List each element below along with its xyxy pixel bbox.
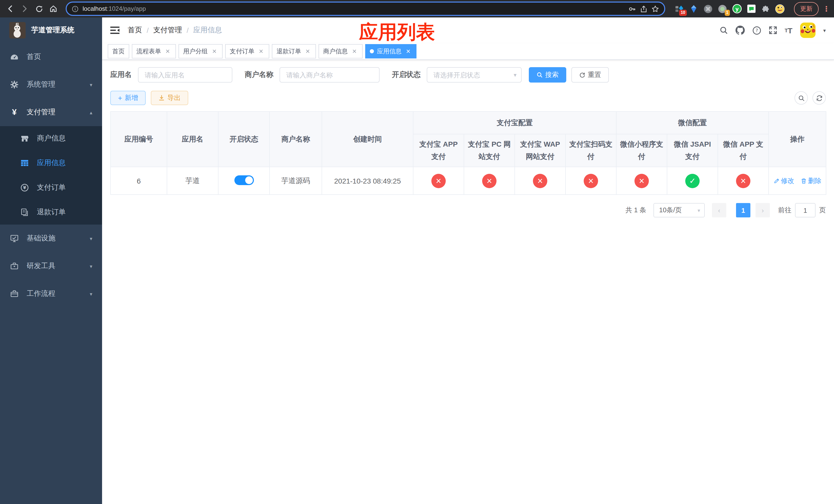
dashboard-icon (10, 53, 19, 61)
tab-refund-orders[interactable]: 退款订单✕ (272, 44, 316, 59)
sidebar-item-payment[interactable]: ¥ 支付管理 ▴ (0, 98, 102, 126)
browser-toolbar: localhost:1024/pay/app 10 ⌘ (0, 0, 834, 18)
add-button[interactable]: + 新增 (110, 91, 146, 105)
sidebar-item-label: 支付管理 (27, 108, 56, 117)
next-page-button[interactable]: › (755, 203, 770, 217)
briefcase-icon (10, 290, 19, 298)
sidebar-item-label: 商户信息 (37, 134, 66, 143)
extension-pin-icon[interactable] (689, 4, 699, 14)
tab-close-icon[interactable]: ✕ (211, 48, 218, 55)
extension-blocks-icon[interactable]: 10 (675, 4, 684, 14)
merchant-name-input[interactable] (280, 67, 379, 83)
goto-page-input[interactable] (795, 203, 815, 217)
header-search-icon[interactable] (719, 26, 728, 35)
home-icon[interactable] (47, 3, 60, 15)
fullscreen-icon[interactable] (769, 26, 777, 35)
col-status: 开启状态 (218, 112, 269, 167)
yen-icon: ¥ (10, 108, 19, 116)
svg-text:⌘: ⌘ (705, 6, 711, 12)
col-wx-app: 微信 APP 支付 (718, 134, 769, 167)
tab-process-form[interactable]: 流程表单✕ (132, 44, 176, 59)
forward-icon[interactable] (19, 3, 31, 15)
sidebar: 芋道管理系统 首页 系统管理 ▾ ¥ 支付管理 ▴ (0, 18, 102, 504)
svg-text:¥: ¥ (23, 185, 26, 190)
tab-home[interactable]: 首页 (108, 44, 129, 59)
tab-close-icon[interactable]: ✕ (405, 48, 412, 55)
status-select-input[interactable] (427, 67, 522, 83)
extension-badge: 10 (679, 9, 687, 16)
tab-close-icon[interactable]: ✕ (164, 48, 171, 55)
export-button[interactable]: 导出 (151, 91, 188, 105)
sidebar-item-app-info[interactable]: 应用信息 (0, 151, 102, 175)
sidebar-item-label: 首页 (27, 52, 41, 62)
extensions-puzzle-icon[interactable] (761, 4, 770, 14)
refresh-table-icon[interactable] (812, 91, 826, 105)
profile-emoji-icon[interactable] (775, 4, 785, 14)
sidebar-item-workflow[interactable]: 工作流程 ▾ (0, 280, 102, 307)
tab-close-icon[interactable]: ✕ (258, 48, 265, 55)
share-icon[interactable] (640, 5, 647, 13)
chevron-up-icon: ▴ (90, 110, 92, 115)
tab-close-icon[interactable]: ✕ (304, 48, 311, 55)
chrome-update-button[interactable]: 更新 (794, 2, 819, 16)
tab-pay-orders[interactable]: 支付订单✕ (225, 44, 269, 59)
reset-button[interactable]: 重置 (571, 67, 609, 83)
app-name-label: 应用名 (110, 70, 132, 79)
back-icon[interactable] (4, 3, 16, 15)
edit-link[interactable]: 修改 (773, 176, 794, 185)
cell-app-id: 6 (111, 167, 167, 194)
key-icon[interactable] (628, 5, 636, 13)
tab-app-info[interactable]: 应用信息✕ (365, 44, 416, 59)
status-select[interactable]: ▾ (427, 67, 522, 83)
github-icon[interactable] (735, 26, 745, 35)
reload-icon[interactable] (33, 3, 45, 15)
site-info-icon[interactable] (72, 5, 79, 12)
sidebar-logo[interactable]: 芋道管理系统 (0, 18, 102, 43)
sidebar-item-system[interactable]: 系统管理 ▾ (0, 71, 102, 98)
font-size-icon[interactable]: TT (785, 26, 792, 35)
top-navbar: 首页 / 支付管理 / 应用信息 应用列表 ? (102, 18, 834, 43)
user-avatar[interactable] (800, 23, 815, 38)
sidebar-collapse-icon[interactable] (110, 26, 119, 35)
page-size-select[interactable]: 10条/页 ▾ (654, 203, 705, 217)
sidebar-item-dev-tools[interactable]: 研发工具 ▾ (0, 252, 102, 280)
tab-user-group[interactable]: 用户分组✕ (178, 44, 223, 59)
avatar-caret-icon[interactable]: ▾ (823, 27, 826, 33)
sidebar-item-home[interactable]: 首页 (0, 43, 102, 71)
chevron-down-icon: ▾ (90, 235, 92, 241)
monitor-icon (10, 234, 19, 243)
tab-close-icon[interactable]: ✕ (351, 48, 358, 55)
url-text: localhost:1024/pay/app (83, 5, 146, 12)
goto-label: 前往 (778, 206, 791, 215)
address-bar[interactable]: localhost:1024/pay/app (66, 2, 665, 16)
status-toggle[interactable] (234, 175, 254, 185)
col-merchant: 商户名称 (269, 112, 322, 167)
tab-merchant-info[interactable]: 商户信息✕ (319, 44, 363, 59)
active-tab-dot (370, 49, 374, 53)
bookmark-star-icon[interactable] (652, 5, 659, 13)
page-number-1[interactable]: 1 (736, 203, 750, 217)
extension-y-icon[interactable]: y (732, 4, 742, 14)
sidebar-item-infrastructure[interactable]: 基础设施 ▾ (0, 225, 102, 252)
toggle-search-icon[interactable] (794, 91, 808, 105)
help-icon[interactable]: ? (752, 26, 761, 35)
sidebar-item-pay-orders[interactable]: ¥ 支付订单 (0, 175, 102, 200)
extension-ring-icon[interactable]: 1 (718, 4, 727, 14)
sidebar-item-refund-orders[interactable]: 退款订单 (0, 200, 102, 225)
search-button[interactable]: 搜索 (529, 67, 566, 83)
app-name-input[interactable] (138, 67, 232, 83)
plus-icon: + (118, 94, 122, 101)
breadcrumb-home[interactable]: 首页 (128, 26, 142, 35)
prev-page-button[interactable]: ‹ (712, 203, 726, 217)
extension-command-icon[interactable]: ⌘ (703, 4, 713, 14)
sidebar-item-merchant-info[interactable]: 商户信息 (0, 126, 102, 151)
extension-chat-icon[interactable] (746, 4, 756, 14)
col-wx-lite: 微信小程序支付 (616, 134, 667, 167)
sidebar-item-label: 工作流程 (27, 289, 56, 298)
chevron-down-icon: ▾ (698, 208, 700, 213)
delete-link[interactable]: 删除 (800, 176, 821, 185)
breadcrumb-payment[interactable]: 支付管理 (153, 26, 182, 35)
svg-text:y: y (735, 6, 738, 12)
chrome-menu-icon[interactable]: ⋮ (823, 7, 830, 10)
col-created: 创建时间 (322, 112, 413, 167)
